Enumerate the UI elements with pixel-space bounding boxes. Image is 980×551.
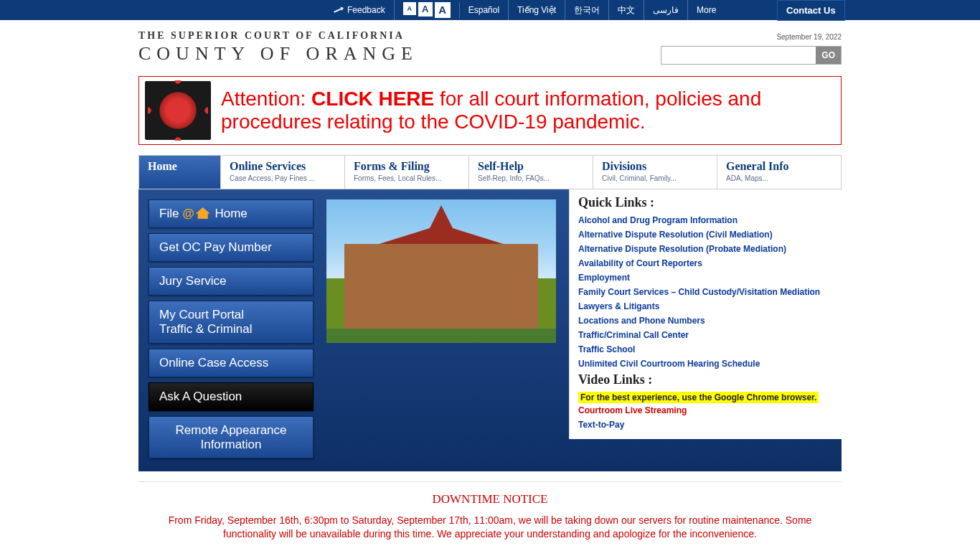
quick-link[interactable]: Availability of Court Reporters [578, 256, 833, 270]
logo-line-1: THE SUPERIOR COURT OF CALIFORNIA [138, 30, 842, 42]
chrome-notice: For the best experience, use the Google … [578, 392, 819, 403]
file-at-home-button[interactable]: File @ Home [149, 199, 314, 228]
font-large-button[interactable]: A [435, 2, 451, 18]
quick-link[interactable]: Unlimited Civil Courtroom Hearing Schedu… [578, 357, 833, 371]
notice-body: From Friday, September 16th, 6:30pm to S… [160, 514, 820, 541]
jury-service-button[interactable]: Jury Service [149, 267, 314, 296]
quick-link[interactable]: Employment [578, 270, 833, 285]
covid-text: Attention: CLICK HERE for all court info… [221, 88, 835, 133]
nav-online-services[interactable]: Online Services Case Access, Pay Fines .… [221, 155, 345, 189]
quick-link[interactable]: Traffic/Criminal Call Center [578, 328, 833, 342]
case-access-button[interactable]: Online Case Access [149, 349, 314, 377]
lang-more[interactable]: More [688, 0, 725, 20]
nav-general-info[interactable]: General Info ADA, Maps... [717, 155, 842, 189]
pencil-icon [334, 7, 344, 13]
search-go-button[interactable]: GO [816, 47, 841, 64]
font-medium-button[interactable]: A [418, 2, 433, 17]
quick-link[interactable]: Alternative Dispute Resolution (Civil Me… [578, 227, 833, 242]
feedback-link[interactable]: Feedback [325, 0, 395, 20]
main-content: File @ Home Get OC Pay Number Jury Servi… [138, 189, 842, 471]
quick-link[interactable]: Lawyers & Litigants [578, 299, 833, 314]
nav-self-help[interactable]: Self-Help Self-Rep, Info, FAQs... [469, 155, 593, 189]
font-small-button[interactable]: A [403, 2, 416, 15]
lang-tiengviet[interactable]: Tiếng Việt [509, 0, 565, 20]
lang-korean[interactable]: 한국어 [565, 0, 609, 20]
font-size-controls: A A A [395, 2, 460, 18]
quick-link[interactable]: Alternative Dispute Resolution (Probate … [578, 242, 833, 256]
covid-banner[interactable]: Attention: CLICK HERE for all court info… [138, 76, 842, 145]
home-icon [196, 207, 210, 219]
main-nav: Home Online Services Case Access, Pay Fi… [138, 155, 842, 189]
remote-appearance-button[interactable]: Remote AppearanceInformation [149, 416, 314, 458]
court-portal-button[interactable]: My Court PortalTraffic & Criminal [149, 301, 314, 344]
nav-forms-filing[interactable]: Forms & Filing Forms, Fees, Local Rules.… [345, 155, 469, 189]
lang-farsi[interactable]: فارسی [644, 0, 688, 20]
lang-chinese[interactable]: 中文 [609, 0, 644, 20]
downtime-notice: DOWNTIME NOTICE From Friday, September 1… [138, 481, 842, 551]
current-date: September 19, 2022 [776, 33, 842, 41]
live-streaming-link[interactable]: Courtroom Live Streaming [578, 403, 833, 418]
notice-title: DOWNTIME NOTICE [160, 492, 820, 507]
quick-links-header: Quick Links : [578, 195, 833, 210]
covid-virus-icon [145, 81, 211, 140]
nav-divisions[interactable]: Divisions Civil, Criminal, Family... [593, 155, 717, 189]
quick-action-sidebar: File @ Home Get OC Pay Number Jury Servi… [149, 199, 314, 458]
search-box: GO [661, 46, 842, 65]
oc-pay-number-button[interactable]: Get OC Pay Number [149, 233, 314, 262]
search-input[interactable] [661, 47, 816, 64]
courthouse-photo [326, 199, 556, 343]
links-panel: Quick Links : Alcohol and Drug Program I… [569, 189, 842, 439]
header: THE SUPERIOR COURT OF CALIFORNIA COUNTY … [138, 20, 842, 72]
quick-link[interactable]: Locations and Phone Numbers [578, 314, 833, 328]
quick-link[interactable]: Traffic School [578, 342, 833, 357]
quick-link[interactable]: Family Court Services – Child Custody/Vi… [578, 285, 833, 299]
text-to-pay-link[interactable]: Text-to-Pay [578, 418, 833, 432]
nav-home[interactable]: Home [138, 155, 221, 189]
ask-question-button[interactable]: Ask A Question [149, 382, 314, 411]
quick-link[interactable]: Alcohol and Drug Program Information [578, 213, 833, 227]
video-links-header: Video Links : [578, 372, 833, 387]
lang-espanol[interactable]: Español [460, 0, 509, 20]
contact-us-button[interactable]: Contact Us [777, 0, 845, 21]
topbar: Feedback A A A Español Tiếng Việt 한국어 中文… [0, 0, 980, 20]
